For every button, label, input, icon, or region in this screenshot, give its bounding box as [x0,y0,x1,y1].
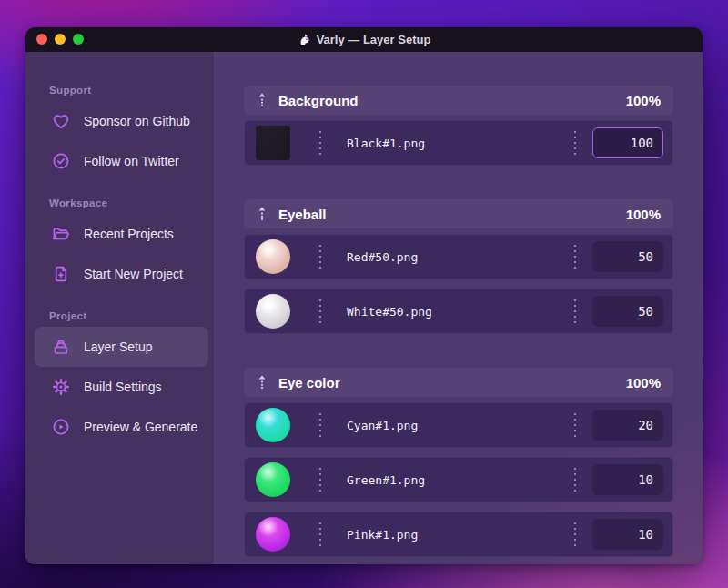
close-button[interactable] [36,34,47,45]
drag-handle-icon[interactable] [257,374,268,390]
layer-setup-panel: Background 100% Black#1.png Eyeball 100% [215,52,703,564]
sidebar-item-label: Sponsor on Github [84,114,190,128]
layer-group-header: Eyeball 100% [244,199,673,228]
sidebar-section: Workspace Recent Projects Start New Proj… [25,198,214,294]
dotted-divider [319,245,321,269]
sidebar-section-label: Project [49,310,214,323]
sidebar-item-label: Preview & Generate [84,420,197,434]
layer-row[interactable]: Cyan#1.png [244,402,673,448]
gear-icon [51,377,71,397]
sidebar-item-label: Start New Project [84,267,183,281]
layer-filename: Red#50.png [347,250,418,264]
dotted-divider [574,131,576,155]
layer-filename: Cyan#1.png [347,419,418,432]
layer-row[interactable]: Green#1.png [244,457,673,502]
dotted-divider [319,413,321,437]
sidebar-item-label: Build Settings [84,380,162,394]
file-plus-icon [51,264,71,284]
layer-group-weight: 100% [626,93,661,108]
sidebar-item-start-new-project[interactable]: Start New Project [35,254,208,294]
dotted-divider [574,413,576,437]
layer-value-input[interactable] [592,410,663,441]
sidebar-item-follow-on-twitter[interactable]: Follow on Twitter [35,141,208,181]
dotted-divider [574,245,576,269]
dotted-divider [319,131,321,155]
dotted-divider [319,468,321,492]
layer-thumbnail [256,462,290,497]
sidebar-item-label: Recent Projects [84,227,174,241]
layer-group-title: Eye color [278,375,340,390]
layer-filename: Black#1.png [347,137,425,150]
sidebar-section-label: Workspace [49,198,214,210]
sidebar: Support Sponsor on Github Follow on Twit… [25,52,215,564]
layer-value-input[interactable] [592,519,663,550]
layer-value-input[interactable] [592,296,663,327]
check-badge-icon [51,151,71,171]
layer-group-title: Eyeball [278,207,327,222]
dotted-divider [319,299,321,323]
layer-group-header: Background 100% [244,86,673,115]
layer-group-weight: 100% [626,207,661,222]
titlebar: Varly — Layer Setup [25,27,703,52]
layer-row[interactable]: Pink#1.png [244,512,673,557]
sidebar-section-label: Support [49,85,214,97]
folder-icon [51,224,71,244]
layer-filename: Green#1.png [347,473,425,487]
layer-group-header: Eye color 100% [244,368,673,397]
dotted-divider [574,468,576,492]
layer-value-input[interactable] [592,127,663,158]
layer-row[interactable]: Red#50.png [244,234,673,279]
drag-handle-icon[interactable] [257,92,268,108]
layer-thumbnail [256,408,290,442]
sidebar-item-preview-generate[interactable]: Preview & Generate [35,407,208,447]
play-circle-icon [51,417,71,437]
drag-handle-icon[interactable] [257,206,268,222]
layer-row[interactable]: White#50.png [244,289,673,334]
layer-filename: White#50.png [347,305,432,319]
layer-value-input[interactable] [592,464,663,495]
layer-thumbnail [256,239,290,274]
layer-group-title: Background [278,93,359,108]
layer-thumbnail [256,517,290,552]
dotted-divider [574,522,576,546]
layer-filename: Pink#1.png [347,528,418,542]
minimize-button[interactable] [55,34,66,45]
dotted-divider [574,299,576,323]
sidebar-item-label: Layer Setup [84,340,153,354]
sidebar-section: Project Layer Setup Build Settings Previ… [25,310,214,447]
layer-thumbnail [256,294,290,329]
dotted-divider [319,522,321,546]
layer-thumbnail [256,126,290,160]
window-title: Varly — Layer Setup [298,33,431,46]
layer-groups: Background 100% Black#1.png Eyeball 100% [244,86,673,557]
sidebar-section: Support Sponsor on Github Follow on Twit… [25,85,214,181]
window-body: Support Sponsor on Github Follow on Twit… [25,52,703,564]
sidebar-item-build-settings[interactable]: Build Settings [35,367,208,407]
sidebar-item-recent-projects[interactable]: Recent Projects [35,214,208,254]
sidebar-sections: Support Sponsor on Github Follow on Twit… [25,85,214,447]
window-controls [36,34,84,45]
layer-value-input[interactable] [592,241,663,272]
sidebar-item-label: Follow on Twitter [84,154,179,168]
zoom-button[interactable] [73,34,84,45]
unicorn-icon [298,33,311,46]
layer-group: Eyeball 100% Red#50.png White#50.png [244,199,673,334]
layer-group-weight: 100% [626,375,661,390]
layer-group: Eye color 100% Cyan#1.png Green#1.png Pi… [244,368,673,557]
layer-row[interactable]: Black#1.png [244,120,673,166]
sidebar-item-layer-setup[interactable]: Layer Setup [35,327,208,367]
layers-box-icon [51,337,71,357]
window-title-text: Varly — Layer Setup [317,33,431,46]
layer-group: Background 100% Black#1.png [244,86,673,166]
sidebar-item-sponsor-on-github[interactable]: Sponsor on Github [35,101,208,141]
app-window: Varly — Layer Setup Support Sponsor on G… [25,27,703,564]
heart-icon [51,111,71,131]
